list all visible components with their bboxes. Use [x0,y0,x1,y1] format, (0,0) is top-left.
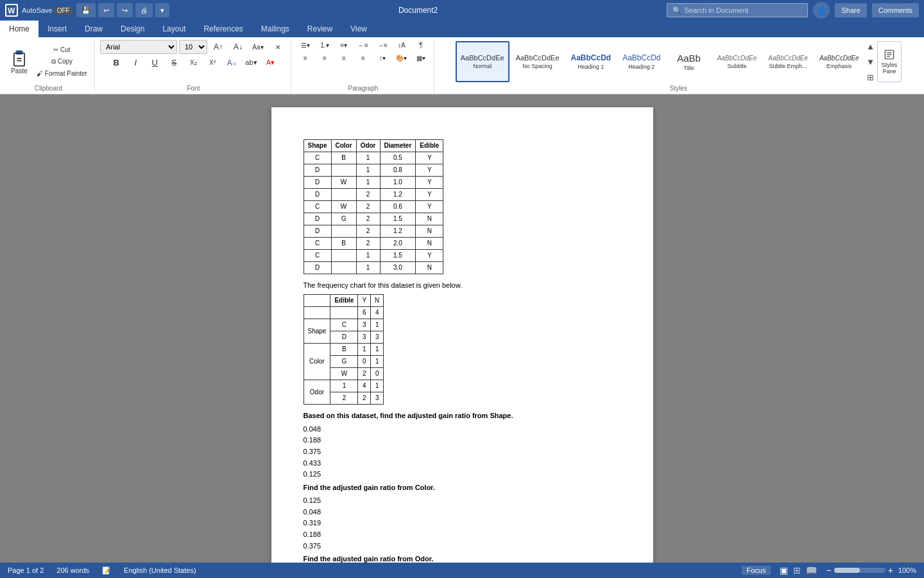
gallery-expand-button[interactable]: ⊞ [866,71,876,83]
increase-font-button[interactable]: A↑ [209,40,227,53]
view-buttons: ▣ ⊞ 📖 [778,565,818,575]
q2-val5: 0.375 [304,541,621,552]
style-gallery: AaBbCcDdEe Normal AaBbCcDdEe No Spacing … [456,41,864,82]
style-normal-preview: AaBbCcDdEe [461,54,504,62]
tab-review[interactable]: Review [298,21,341,37]
sort-button[interactable]: ↕A [393,40,411,51]
q1-val4: 0.433 [304,458,621,469]
tab-layout[interactable]: Layout [153,21,194,37]
multilevel-list-button[interactable]: ≡▾ [335,40,353,51]
q2-val3: 0.319 [304,518,621,529]
paragraph-group: ☰▾ 1.▾ ≡▾ ←≡ →≡ ↕A ¶ ≡ ≡ ≡ ≡ ↕▾ 🎨▾ ▦▾ [293,40,434,94]
decrease-font-button[interactable]: A↓ [229,40,247,53]
cut-button[interactable]: ✂ Cut [33,44,90,55]
decrease-indent-button[interactable]: ←≡ [354,40,372,51]
word-logo: W [5,4,18,17]
underline-button[interactable]: U [146,56,164,69]
print-layout-view-button[interactable]: ▣ [778,565,789,575]
style-heading1[interactable]: AaBbCcDd Heading 1 [566,41,617,82]
styles-label: Styles [670,83,687,94]
align-left-button[interactable]: ≡ [296,53,314,64]
styles-pane-button[interactable]: StylesPane [877,41,902,82]
gallery-nav: ▲ ▼ ⊞ [866,40,876,83]
justify-button[interactable]: ≡ [354,53,372,64]
style-emphasis[interactable]: AaBbCcDdEe Emphasis [814,41,864,82]
change-case-button[interactable]: Aa▾ [249,42,267,53]
style-no-spacing[interactable]: AaBbCcDdEe No Spacing [511,41,565,82]
undo-button[interactable]: ↩ [98,3,114,17]
zoom-in-button[interactable]: + [888,565,893,575]
comments-button[interactable]: Comments [872,3,919,17]
show-formatting-button[interactable]: ¶ [412,40,430,51]
superscript-button[interactable]: X² [203,57,221,68]
increase-indent-button[interactable]: →≡ [373,40,391,51]
style-title-preview: AaBb [677,53,701,64]
document-page: Shape Color Odor Diameter Edible CB10.5Y… [271,107,653,575]
zoom-level: 100% [898,566,916,574]
save-button[interactable]: 💾 [76,3,96,17]
q2-val2: 0.048 [304,507,621,518]
clipboard-secondary: ✂ Cut ⧉ Copy 🖌 Format Painter [33,44,90,79]
copy-button[interactable]: ⧉ Copy [33,56,90,67]
para-row1: ☰▾ 1.▾ ≡▾ ←≡ →≡ ↕A ¶ [296,40,430,51]
font-size-select[interactable]: 10 [179,40,207,54]
tab-mailings[interactable]: Mailings [252,21,298,37]
customize-button[interactable]: ▾ [155,3,169,17]
styles-group: AaBbCcDdEe Normal AaBbCcDdEe No Spacing … [436,40,921,94]
tab-draw[interactable]: Draw [76,21,112,37]
clipboard-group: Paste ✂ Cut ⧉ Copy 🖌 Format Painter Clip… [3,40,95,94]
bullets-button[interactable]: ☰▾ [296,40,314,51]
tab-references[interactable]: References [194,21,252,37]
q1-val5: 0.125 [304,469,621,480]
bold-button[interactable]: B [107,56,125,69]
style-title[interactable]: AaBb Title [667,41,711,82]
svg-rect-3 [14,53,24,66]
italic-button[interactable]: I [126,56,144,69]
subscript-button[interactable]: X₂ [184,57,202,68]
format-painter-button[interactable]: 🖌 Format Painter [33,68,90,79]
font-color-button[interactable]: A▾ [262,57,280,69]
shading-button[interactable]: 🎨▾ [393,53,411,64]
font-group: Arial 10 A↑ A↓ Aa▾ ✕ B I U S X₂ X² [96,40,291,94]
tab-design[interactable]: Design [112,21,153,37]
font-family-select[interactable]: Arial [100,40,177,54]
q2-val1: 0.125 [304,495,621,507]
paste-button[interactable]: Paste [6,42,32,81]
search-input[interactable] [684,6,802,14]
gallery-up-button[interactable]: ▲ [866,40,876,53]
tab-home[interactable]: Home [0,21,38,37]
tab-view[interactable]: View [341,21,376,37]
align-right-button[interactable]: ≡ [335,53,353,64]
borders-button[interactable]: ▦▾ [412,53,430,64]
share-button[interactable]: Share [835,3,866,17]
align-center-button[interactable]: ≡ [316,53,334,64]
numbering-button[interactable]: 1.▾ [316,40,334,51]
quick-access-toolbar: 💾 ↩ ↪ 🖨 ▾ [76,3,169,17]
style-heading2[interactable]: AaBbCcDd Heading 2 [617,41,665,82]
text-effects-button[interactable]: A⬦ [223,57,241,69]
zoom-out-button[interactable]: − [826,565,831,575]
gallery-down-button[interactable]: ▼ [866,55,876,68]
web-layout-view-button[interactable]: ⊞ [792,565,802,575]
read-view-button[interactable]: 📖 [805,565,818,575]
line-spacing-button[interactable]: ↕▾ [373,53,391,64]
profile-button[interactable]: 👤 [813,2,830,19]
highlight-color-button[interactable]: ab▾ [242,57,260,69]
title-bar-right: 🔍 👤 Share Comments [667,2,919,19]
style-subtitle[interactable]: AaBbCcDdEe Subtitle [712,41,762,82]
language[interactable]: English (United States) [124,566,196,574]
style-normal[interactable]: AaBbCcDdEe Normal [456,41,509,82]
zoom-slider[interactable] [834,568,886,573]
print-button[interactable]: 🖨 [135,3,153,17]
strikethrough-button[interactable]: S [165,57,183,69]
q1-val1: 0.048 [304,424,621,435]
redo-button[interactable]: ↪ [117,3,133,17]
style-heading2-preview: AaBbCcDd [622,53,660,62]
tab-insert[interactable]: Insert [38,21,76,37]
focus-button[interactable]: Focus [742,566,771,575]
search-box[interactable]: 🔍 [667,3,808,17]
style-subtle-emphasis[interactable]: AaBbCcDdEe Subtle Emph... [763,41,813,82]
spell-check-icon[interactable]: 📝 [102,566,111,575]
freq-intro: The frequency chart for this dataset is … [304,281,621,290]
clear-format-button[interactable]: ✕ [269,42,287,53]
